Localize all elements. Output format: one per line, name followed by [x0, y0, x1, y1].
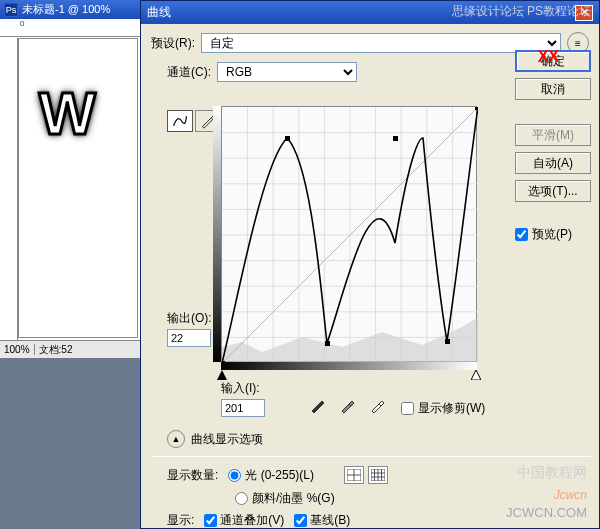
zoom-level[interactable]: 100% [0, 344, 35, 355]
svg-marker-26 [471, 370, 481, 380]
document-titlebar: Ps 未标题-1 @ 100% [0, 0, 140, 19]
close-button[interactable]: ✕ [575, 5, 593, 21]
input-input[interactable] [221, 399, 265, 417]
canvas-text: W [39, 79, 96, 148]
svg-rect-21 [325, 341, 330, 346]
channel-label: 通道(C): [167, 64, 211, 81]
svg-rect-23 [445, 339, 450, 344]
chk-baseline[interactable]: 基线(B) [294, 512, 350, 529]
watermark-brand: Jcwcn [554, 488, 587, 502]
white-eyedropper[interactable] [366, 396, 388, 416]
dialog-titlebar[interactable]: 曲线 思缘设计论坛 PS教程论坛 ✕ [141, 1, 599, 24]
document-window: Ps 未标题-1 @ 100% 0 W [0, 0, 140, 370]
ok-button[interactable]: 确定 [515, 50, 591, 72]
show-clipping-input[interactable] [401, 402, 414, 415]
output-input[interactable] [167, 329, 211, 347]
watermark-url: JCWCN.COM [506, 505, 587, 520]
svg-rect-22 [393, 136, 398, 141]
disclosure-label: 曲线显示选项 [191, 431, 263, 448]
canvas[interactable]: W [18, 38, 138, 338]
curve-svg [222, 107, 478, 363]
output-gradient [213, 106, 221, 362]
input-gradient [221, 362, 477, 370]
grid-detailed-icon[interactable] [368, 466, 388, 484]
dialog-title: 曲线 [147, 4, 171, 21]
watermark-mid: 中国教程网 [517, 464, 587, 482]
preview-checkbox[interactable]: 预览(P) [515, 226, 591, 243]
curve-graph[interactable] [221, 106, 477, 362]
radio-light[interactable]: 光 (0-255)(L) [228, 467, 314, 484]
chk-overlay[interactable]: 通道叠加(V) [204, 512, 284, 529]
ps-icon: Ps [4, 3, 18, 17]
watermark-top: 思缘设计论坛 PS教程论坛 [452, 3, 591, 20]
show-label: 显示: [167, 512, 194, 529]
black-eyedropper[interactable] [306, 396, 328, 416]
status-bar: 100% 文档:52 [0, 340, 140, 358]
radio-ink[interactable]: 颜料/油墨 %(G) [235, 490, 335, 507]
app-background [0, 358, 140, 529]
smooth-button: 平滑(M) [515, 124, 591, 146]
channel-select[interactable]: RGB [217, 62, 357, 82]
curve-point-tool[interactable] [167, 110, 193, 132]
ruler-vertical [0, 38, 18, 358]
white-point-slider[interactable] [471, 370, 481, 380]
disclosure-toggle[interactable]: ▲ [167, 430, 185, 448]
separator [151, 456, 591, 457]
preset-select[interactable]: 自定 [201, 33, 561, 53]
document-title: 未标题-1 @ 100% [22, 2, 110, 17]
svg-rect-20 [285, 136, 290, 141]
curves-dialog: 曲线 思缘设计论坛 PS教程论坛 ✕ 预设(R): 自定 ≡ 通道(C): RG… [140, 0, 600, 529]
black-point-slider[interactable] [217, 370, 227, 380]
grid-simple-icon[interactable] [344, 466, 364, 484]
cancel-button[interactable]: 取消 [515, 78, 591, 100]
doc-info: 文档:52 [35, 343, 77, 357]
svg-marker-25 [217, 370, 227, 380]
ruler-horizontal: 0 [0, 19, 140, 37]
svg-rect-24 [475, 107, 478, 110]
qty-label: 显示数量: [167, 467, 218, 484]
gray-eyedropper[interactable] [336, 396, 358, 416]
auto-button[interactable]: 自动(A) [515, 152, 591, 174]
show-clipping-checkbox[interactable]: 显示修剪(W) [401, 400, 485, 417]
options-button[interactable]: 选项(T)... [515, 180, 591, 202]
output-label: 输出(O): [167, 310, 212, 327]
input-label: 输入(I): [221, 380, 265, 397]
preset-label: 预设(R): [151, 35, 195, 52]
